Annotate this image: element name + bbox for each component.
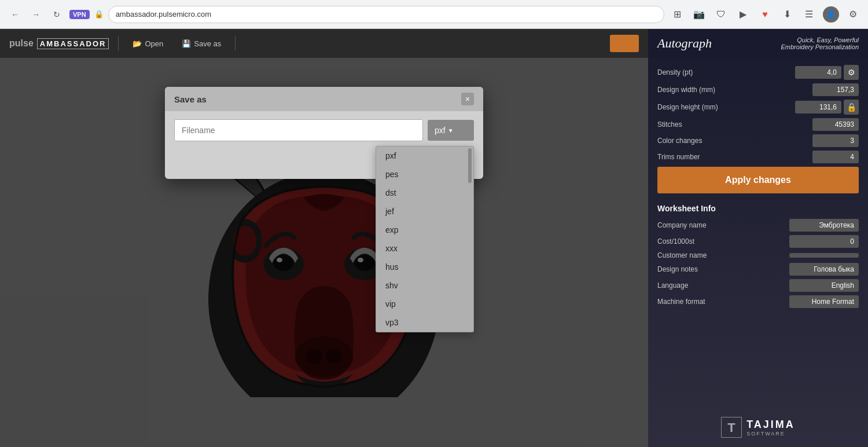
density-label: Density (pt) — [657, 68, 795, 76]
machine-format-row: Machine format Home Format — [657, 295, 859, 308]
reload-button[interactable]: ↻ — [49, 6, 65, 23]
color-changes-label: Color changes — [657, 137, 812, 145]
design-width-value: 157,3 — [812, 83, 859, 96]
design-height-label: Design height (mm) — [657, 103, 795, 111]
density-value: 4,0 — [795, 66, 841, 79]
format-option-jef[interactable]: jef — [376, 202, 473, 221]
settings-button[interactable]: ⚙ — [845, 6, 861, 23]
format-option-hus[interactable]: hus — [376, 258, 473, 276]
svg-text:T: T — [727, 420, 735, 435]
open-button[interactable]: 📂 Open — [128, 37, 168, 50]
cost-label: Cost/1000st — [657, 237, 789, 246]
canvas-area: Save as × pxf ▼ — [0, 58, 648, 447]
language-row: Language English — [657, 279, 859, 292]
format-option-pes[interactable]: pes — [376, 165, 473, 184]
modal-close-button[interactable]: × — [461, 93, 474, 105]
dropdown-arrow-icon: ▼ — [448, 127, 454, 134]
language-label: Language — [657, 281, 789, 290]
design-width-row: Design width (mm) 157,3 — [657, 83, 859, 96]
menu-button[interactable]: ☰ — [801, 6, 817, 23]
tajima-icon: T — [721, 417, 742, 438]
lock-icon: 🔒 — [94, 10, 104, 19]
format-option-dst[interactable]: dst — [376, 184, 473, 202]
forward-button[interactable]: → — [28, 6, 44, 23]
toolbar-separator — [118, 36, 119, 50]
customer-name-value — [789, 253, 859, 258]
play-button[interactable]: ▶ — [735, 6, 751, 23]
extensions-button[interactable]: ⊞ — [669, 6, 685, 23]
filename-row: pxf ▼ — [174, 119, 474, 141]
company-name-label: Company name — [657, 221, 789, 229]
right-panel: Autograph Quick, Easy, Powerful Embroide… — [648, 29, 868, 447]
modal-overlay: Save as × pxf ▼ — [0, 58, 648, 447]
height-lock-btn[interactable]: 🔒 — [844, 100, 859, 115]
trims-row: Trims number 4 — [657, 151, 859, 163]
design-notes-value: Голова быка — [789, 263, 859, 276]
machine-format-label: Machine format — [657, 298, 789, 306]
screenshot-button[interactable]: 📷 — [691, 6, 707, 23]
browser-chrome: ← → ↻ VPN 🔒 ambassador.pulsemicro.com ⊞ … — [0, 0, 868, 29]
save-as-dialog: Save as × pxf ▼ — [165, 87, 483, 179]
heart-button[interactable]: ♥ — [757, 6, 773, 23]
tajima-name: TAJIMA — [746, 419, 795, 431]
dropdown-scrollbar[interactable] — [468, 148, 472, 183]
format-option-shv[interactable]: shv — [376, 276, 473, 295]
address-bar[interactable]: ambassador.pulsemicro.com — [108, 6, 664, 23]
main-area: pulse AMBASSADOR 📂 Open 💾 Save as — [0, 29, 648, 447]
design-height-row: Design height (mm) 131,6 🔒 — [657, 100, 859, 115]
format-dropdown[interactable]: pxf ▼ — [428, 120, 474, 141]
stitches-row: Stitches 45393 — [657, 118, 859, 131]
modal-title: Save as — [174, 94, 207, 104]
vpn-badge: VPN — [69, 10, 90, 19]
format-option-vip[interactable]: vip — [376, 295, 473, 313]
stitches-value: 45393 — [812, 118, 859, 131]
toolbar: pulse AMBASSADOR 📂 Open 💾 Save as — [0, 29, 648, 58]
autograph-tagline-line1: Quick, Easy, Powerful — [781, 36, 859, 43]
trims-value: 4 — [812, 151, 859, 163]
density-row: Density (pt) 4,0 ⚙ — [657, 65, 859, 80]
tajima-text: TAJIMA SOFTWARE — [746, 419, 795, 437]
browser-icons: ⊞ 📷 🛡 ▶ ♥ ⬇ ☰ 👤 ⚙ — [669, 6, 861, 23]
color-changes-row: Color changes 3 — [657, 134, 859, 147]
logo-area: pulse AMBASSADOR — [9, 38, 109, 49]
worksheet-info-title: Worksheet Info — [657, 204, 859, 213]
profile-avatar[interactable]: 👤 — [823, 6, 839, 23]
shield-button[interactable]: 🛡 — [713, 6, 729, 23]
logo-pulse: pulse — [9, 38, 34, 49]
tajima-sub: SOFTWARE — [746, 431, 795, 437]
tajima-logo-area: T TAJIMA SOFTWARE — [648, 408, 868, 447]
design-width-label: Design width (mm) — [657, 86, 812, 94]
language-value: English — [789, 279, 859, 292]
panel-header: Autograph Quick, Easy, Powerful Embroide… — [648, 29, 868, 58]
format-option-exp[interactable]: exp — [376, 221, 473, 239]
save-icon: 💾 — [182, 39, 191, 48]
company-name-value: Эмбротека — [789, 219, 859, 232]
app-container: pulse AMBASSADOR 📂 Open 💾 Save as — [0, 29, 868, 447]
trims-label: Trims number — [657, 153, 812, 161]
density-edit-btn[interactable]: ⚙ — [844, 65, 859, 80]
toolbar-separator-2 — [235, 36, 236, 50]
back-button[interactable]: ← — [7, 6, 23, 23]
folder-icon: 📂 — [133, 39, 142, 48]
color-swatch[interactable] — [610, 35, 639, 52]
cost-value: 0 — [789, 235, 859, 248]
design-notes-row: Design notes Голова быка — [657, 263, 859, 276]
save-as-button[interactable]: 💾 Save as — [177, 37, 226, 50]
format-option-pxf[interactable]: pxf — [376, 146, 473, 165]
design-height-value: 131,6 — [795, 101, 841, 113]
cost-row: Cost/1000st 0 — [657, 235, 859, 248]
modal-body: pxf ▼ pxf pes dst jef exp xxx h — [165, 111, 483, 149]
format-option-vp3[interactable]: vp3 — [376, 313, 473, 332]
toolbar-right — [610, 35, 639, 52]
modal-title-bar: Save as × — [165, 87, 483, 111]
company-name-row: Company name Эмбротека — [657, 219, 859, 232]
autograph-tagline-line2: Embroidery Personalization — [781, 43, 859, 50]
apply-changes-button[interactable]: Apply changes — [657, 167, 859, 193]
machine-format-value: Home Format — [789, 295, 859, 308]
filename-input[interactable] — [174, 119, 423, 141]
color-changes-value: 3 — [812, 134, 859, 147]
download-button[interactable]: ⬇ — [779, 6, 795, 23]
panel-content: Density (pt) 4,0 ⚙ Design width (mm) 157… — [648, 58, 868, 408]
format-option-xxx[interactable]: xxx — [376, 239, 473, 258]
stitches-label: Stitches — [657, 120, 812, 129]
